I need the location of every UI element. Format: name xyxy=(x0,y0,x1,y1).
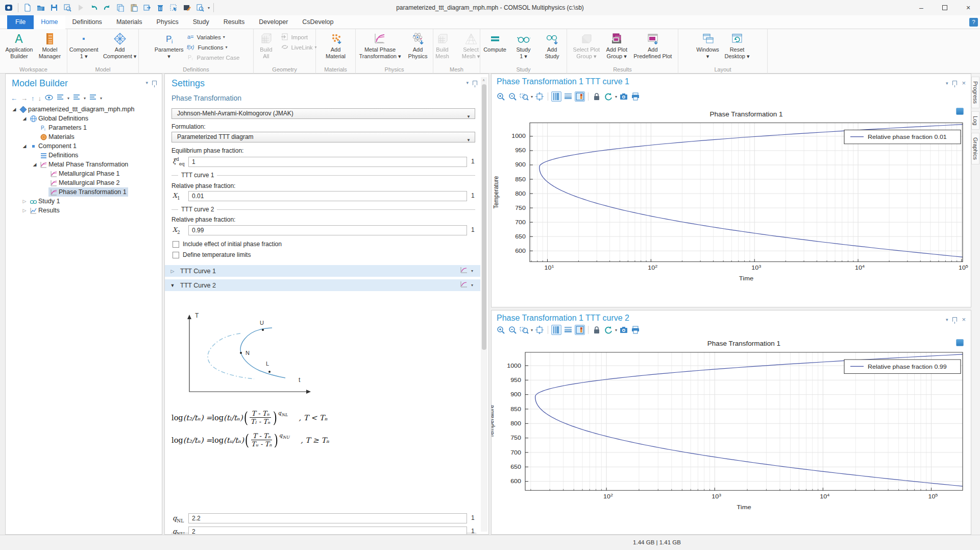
delete-icon[interactable] xyxy=(155,2,166,13)
mb-toolbar-caret-icon[interactable]: ▾ xyxy=(100,96,102,101)
mb-toolbar-list2-icon[interactable] xyxy=(73,93,80,103)
tree-expander-closed[interactable]: ▷ xyxy=(21,208,28,213)
zoombox-button[interactable] xyxy=(519,325,529,335)
legendbtn-button[interactable] xyxy=(575,91,585,102)
ribbon-button-add-component[interactable]: AddComponent ▾ xyxy=(101,31,138,60)
maximize-button[interactable] xyxy=(933,0,957,15)
side-tab-graphics[interactable]: Graphics xyxy=(971,133,979,164)
rel-fraction1-field[interactable]: 0.01 xyxy=(188,191,467,201)
save-icon[interactable] xyxy=(48,2,60,13)
chevron-down-icon[interactable]: ▾ xyxy=(615,328,617,332)
chevron-down-icon[interactable]: ▾ xyxy=(208,6,210,10)
mb-toolbar-eye-icon[interactable] xyxy=(45,93,53,103)
tree-item-parameters-1[interactable]: PiParameters 1 xyxy=(6,123,162,132)
zoomout-button[interactable] xyxy=(507,325,518,335)
zoomout-button[interactable] xyxy=(507,91,518,102)
chevron-down-icon[interactable]: ▾ xyxy=(471,283,473,288)
qnl-field[interactable]: 2.2 xyxy=(188,513,467,523)
tree-item-metallurgical-phase-1[interactable]: Metallurgical Phase 1 xyxy=(6,169,162,178)
pin-icon[interactable] xyxy=(152,81,157,85)
plot-section-icon[interactable] xyxy=(460,267,468,276)
ribbon-button-add-predefined-plot[interactable]: AddPredefined Plot xyxy=(631,31,674,60)
grid-button[interactable] xyxy=(563,91,573,102)
tree-item-phase-transformation-1[interactable]: Phase Transformation 1 xyxy=(6,187,162,197)
plot-section-icon[interactable] xyxy=(460,281,468,290)
lock-button[interactable] xyxy=(592,325,602,335)
tree-item-global-definitions[interactable]: ◢Global Definitions xyxy=(6,114,162,123)
window-menu-caret-icon[interactable]: ▾ xyxy=(946,81,948,86)
ribbon-button-add-plot-group[interactable]: Add PlotGroup ▾ xyxy=(603,31,630,60)
tree-expander-closed[interactable]: ▷ xyxy=(21,199,28,204)
mb-toolbar-forward-icon[interactable]: → xyxy=(21,94,28,102)
mb-toolbar-list1-icon[interactable] xyxy=(57,93,64,103)
temperature-limits-checkbox[interactable] xyxy=(173,252,179,258)
ribbon-button-add-material[interactable]: AddMaterial xyxy=(322,31,350,60)
ribbon-button-study-1[interactable]: Study1 ▾ xyxy=(510,31,537,60)
ribbon-button-add-physics[interactable]: AddPhysics xyxy=(404,31,432,60)
extents-button[interactable] xyxy=(534,91,545,102)
panel-menu-caret-icon[interactable]: ▾ xyxy=(466,80,469,85)
pin-icon[interactable] xyxy=(952,81,957,85)
tree-item-definitions[interactable]: Definitions xyxy=(6,151,162,160)
ttt-plot-1[interactable]: 6006507007508008509009501000101102103104… xyxy=(492,103,972,308)
side-tab-progress[interactable]: Progress xyxy=(971,77,979,108)
initial-phase-fraction-checkbox[interactable] xyxy=(173,241,179,248)
chevron-down-icon[interactable]: ▾ xyxy=(615,94,617,99)
tree-expander-open[interactable]: ◢ xyxy=(21,116,28,121)
undo-icon[interactable] xyxy=(88,2,100,13)
print-button[interactable] xyxy=(630,91,641,102)
settings-scrollbar[interactable]: ∧ xyxy=(481,77,487,532)
grid-button[interactable] xyxy=(563,325,573,335)
mb-toolbar-up-icon[interactable]: ↑ xyxy=(31,94,35,102)
formulation-dropdown[interactable]: Parameterized TTT diagram▼ xyxy=(172,132,475,142)
zoombox-button[interactable] xyxy=(519,91,529,102)
ribbon-button-model-manager[interactable]: ModelManager xyxy=(36,31,63,60)
zoomin-button[interactable] xyxy=(496,325,506,335)
select-icon[interactable] xyxy=(168,2,179,13)
close-button[interactable]: × xyxy=(957,0,980,15)
tree-expander-open[interactable]: ◢ xyxy=(31,162,38,167)
menu-tab-results[interactable]: Results xyxy=(216,15,252,29)
tree-item-study-1[interactable]: ▷Study 1 xyxy=(6,197,162,206)
tree-item-parameterized-ttt-diagram-mph-mph[interactable]: ◢parameterized_ttt_diagram_mph.mph xyxy=(6,105,162,114)
ribbon-button-compute[interactable]: Compute xyxy=(481,31,509,54)
refresh-button[interactable] xyxy=(603,325,614,335)
mb-toolbar-caret-icon[interactable]: ▾ xyxy=(67,96,69,101)
menu-tab-file[interactable]: File xyxy=(7,15,34,29)
lock-button[interactable] xyxy=(592,91,602,102)
preview-icon[interactable] xyxy=(62,2,73,13)
chevron-down-icon[interactable]: ▾ xyxy=(531,94,533,99)
menu-tab-study[interactable]: Study xyxy=(186,15,216,29)
new-file-icon[interactable] xyxy=(22,2,33,13)
ttt-plot-2[interactable]: 6006507007508008509009501000102103104105… xyxy=(492,336,972,535)
ribbon-button-application-builder[interactable]: AApplicationBuilder xyxy=(4,31,35,60)
chevron-down-icon[interactable]: ▾ xyxy=(471,269,473,273)
tree-item-component-1[interactable]: ◢Component 1 xyxy=(6,141,162,151)
rel-fraction2-field[interactable]: 0.99 xyxy=(188,225,467,235)
ttt-curve1-section[interactable]: ▷ TTT Curve 1 ▾ xyxy=(165,265,480,277)
menu-tab-home[interactable]: Home xyxy=(34,15,65,29)
close-icon[interactable]: × xyxy=(962,79,966,87)
tree-item-materials[interactable]: Materials xyxy=(6,132,162,141)
qnu-field[interactable]: 2 xyxy=(188,527,467,535)
menu-tab-physics[interactable]: Physics xyxy=(150,15,186,29)
extents-button[interactable] xyxy=(534,325,545,335)
chevron-down-icon[interactable]: ▾ xyxy=(531,328,533,332)
scrollbar-thumb[interactable] xyxy=(482,84,486,350)
tree-item-results[interactable]: ▷Results xyxy=(6,206,162,215)
pin-icon[interactable] xyxy=(952,317,957,322)
menu-tab-developer[interactable]: Developer xyxy=(252,15,295,29)
ribbon-button-reset-desktop[interactable]: ResetDesktop ▾ xyxy=(723,31,752,60)
kinetics-model-dropdown[interactable]: Johnson-Mehl-Avrami-Kolmogorov (JMAK)▼ xyxy=(172,108,475,119)
refresh-button[interactable] xyxy=(603,91,614,102)
edit-icon[interactable] xyxy=(181,2,192,13)
search-icon[interactable] xyxy=(194,2,206,13)
play-icon[interactable] xyxy=(75,2,86,13)
copy-icon[interactable] xyxy=(115,2,126,13)
equilibrium-fraction-field[interactable]: 1 xyxy=(188,157,467,167)
camera-button[interactable] xyxy=(619,91,629,102)
tree-item-metallurgical-phase-2[interactable]: Metallurgical Phase 2 xyxy=(6,178,162,187)
ttt-curve2-section[interactable]: ▼ TTT Curve 2 ▾ xyxy=(165,279,480,291)
side-tab-log[interactable]: Log xyxy=(971,111,979,130)
tree-item-metal-phase-transformation[interactable]: ◢Metal Phase Transformation xyxy=(6,160,162,169)
